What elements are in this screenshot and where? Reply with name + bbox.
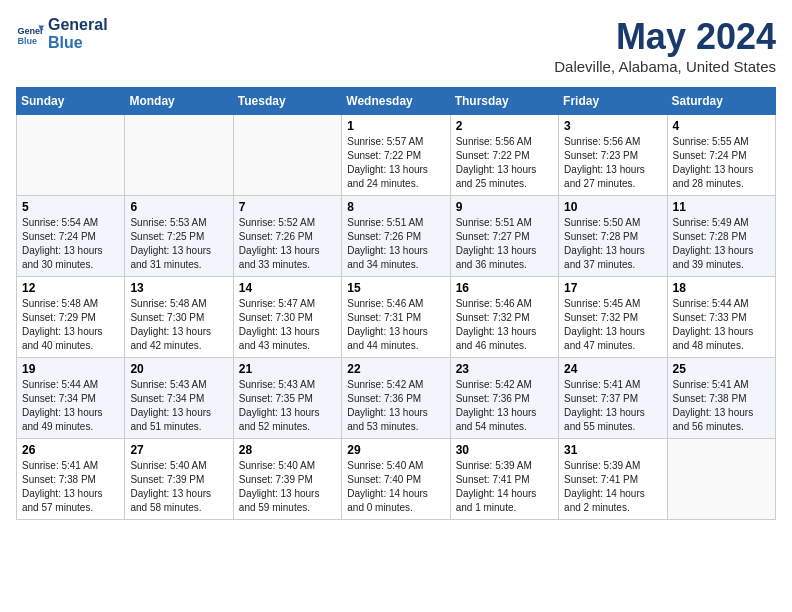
title-block: May 2024 Daleville, Alabama, United Stat… <box>554 16 776 75</box>
day-info: Sunrise: 5:55 AM Sunset: 7:24 PM Dayligh… <box>673 135 770 191</box>
day-cell: 26Sunrise: 5:41 AM Sunset: 7:38 PM Dayli… <box>17 439 125 520</box>
day-cell: 9Sunrise: 5:51 AM Sunset: 7:27 PM Daylig… <box>450 196 558 277</box>
day-info: Sunrise: 5:42 AM Sunset: 7:36 PM Dayligh… <box>347 378 444 434</box>
day-info: Sunrise: 5:45 AM Sunset: 7:32 PM Dayligh… <box>564 297 661 353</box>
day-info: Sunrise: 5:46 AM Sunset: 7:31 PM Dayligh… <box>347 297 444 353</box>
day-info: Sunrise: 5:44 AM Sunset: 7:34 PM Dayligh… <box>22 378 119 434</box>
day-cell <box>667 439 775 520</box>
day-number: 5 <box>22 200 119 214</box>
day-number: 8 <box>347 200 444 214</box>
day-number: 29 <box>347 443 444 457</box>
day-info: Sunrise: 5:50 AM Sunset: 7:28 PM Dayligh… <box>564 216 661 272</box>
logo-text-general: General <box>48 16 108 34</box>
day-cell: 8Sunrise: 5:51 AM Sunset: 7:26 PM Daylig… <box>342 196 450 277</box>
day-info: Sunrise: 5:41 AM Sunset: 7:37 PM Dayligh… <box>564 378 661 434</box>
day-number: 16 <box>456 281 553 295</box>
day-cell: 1Sunrise: 5:57 AM Sunset: 7:22 PM Daylig… <box>342 115 450 196</box>
day-cell: 20Sunrise: 5:43 AM Sunset: 7:34 PM Dayli… <box>125 358 233 439</box>
day-number: 11 <box>673 200 770 214</box>
day-cell: 3Sunrise: 5:56 AM Sunset: 7:23 PM Daylig… <box>559 115 667 196</box>
day-number: 20 <box>130 362 227 376</box>
day-info: Sunrise: 5:49 AM Sunset: 7:28 PM Dayligh… <box>673 216 770 272</box>
col-header-sunday: Sunday <box>17 88 125 115</box>
day-cell: 23Sunrise: 5:42 AM Sunset: 7:36 PM Dayli… <box>450 358 558 439</box>
day-number: 28 <box>239 443 336 457</box>
day-number: 31 <box>564 443 661 457</box>
week-row-4: 19Sunrise: 5:44 AM Sunset: 7:34 PM Dayli… <box>17 358 776 439</box>
col-header-wednesday: Wednesday <box>342 88 450 115</box>
day-number: 13 <box>130 281 227 295</box>
day-cell: 31Sunrise: 5:39 AM Sunset: 7:41 PM Dayli… <box>559 439 667 520</box>
calendar-table: SundayMondayTuesdayWednesdayThursdayFrid… <box>16 87 776 520</box>
col-header-monday: Monday <box>125 88 233 115</box>
week-row-3: 12Sunrise: 5:48 AM Sunset: 7:29 PM Dayli… <box>17 277 776 358</box>
day-cell: 2Sunrise: 5:56 AM Sunset: 7:22 PM Daylig… <box>450 115 558 196</box>
logo-text-blue: Blue <box>48 34 108 52</box>
day-number: 2 <box>456 119 553 133</box>
day-cell <box>125 115 233 196</box>
day-info: Sunrise: 5:48 AM Sunset: 7:30 PM Dayligh… <box>130 297 227 353</box>
day-cell: 4Sunrise: 5:55 AM Sunset: 7:24 PM Daylig… <box>667 115 775 196</box>
day-info: Sunrise: 5:43 AM Sunset: 7:35 PM Dayligh… <box>239 378 336 434</box>
day-cell: 19Sunrise: 5:44 AM Sunset: 7:34 PM Dayli… <box>17 358 125 439</box>
day-cell <box>17 115 125 196</box>
day-info: Sunrise: 5:51 AM Sunset: 7:27 PM Dayligh… <box>456 216 553 272</box>
logo-icon: General Blue <box>16 20 44 48</box>
day-info: Sunrise: 5:51 AM Sunset: 7:26 PM Dayligh… <box>347 216 444 272</box>
day-number: 23 <box>456 362 553 376</box>
day-cell: 27Sunrise: 5:40 AM Sunset: 7:39 PM Dayli… <box>125 439 233 520</box>
day-number: 3 <box>564 119 661 133</box>
day-number: 24 <box>564 362 661 376</box>
day-number: 12 <box>22 281 119 295</box>
day-cell: 5Sunrise: 5:54 AM Sunset: 7:24 PM Daylig… <box>17 196 125 277</box>
day-cell: 18Sunrise: 5:44 AM Sunset: 7:33 PM Dayli… <box>667 277 775 358</box>
logo: General Blue General Blue <box>16 16 108 51</box>
day-number: 4 <box>673 119 770 133</box>
day-cell: 24Sunrise: 5:41 AM Sunset: 7:37 PM Dayli… <box>559 358 667 439</box>
day-cell: 12Sunrise: 5:48 AM Sunset: 7:29 PM Dayli… <box>17 277 125 358</box>
day-cell <box>233 115 341 196</box>
day-info: Sunrise: 5:56 AM Sunset: 7:22 PM Dayligh… <box>456 135 553 191</box>
day-cell: 7Sunrise: 5:52 AM Sunset: 7:26 PM Daylig… <box>233 196 341 277</box>
day-cell: 11Sunrise: 5:49 AM Sunset: 7:28 PM Dayli… <box>667 196 775 277</box>
day-info: Sunrise: 5:44 AM Sunset: 7:33 PM Dayligh… <box>673 297 770 353</box>
day-number: 30 <box>456 443 553 457</box>
day-number: 27 <box>130 443 227 457</box>
day-number: 17 <box>564 281 661 295</box>
day-info: Sunrise: 5:40 AM Sunset: 7:40 PM Dayligh… <box>347 459 444 515</box>
day-info: Sunrise: 5:40 AM Sunset: 7:39 PM Dayligh… <box>130 459 227 515</box>
day-info: Sunrise: 5:40 AM Sunset: 7:39 PM Dayligh… <box>239 459 336 515</box>
header-row: SundayMondayTuesdayWednesdayThursdayFrid… <box>17 88 776 115</box>
day-cell: 6Sunrise: 5:53 AM Sunset: 7:25 PM Daylig… <box>125 196 233 277</box>
day-cell: 28Sunrise: 5:40 AM Sunset: 7:39 PM Dayli… <box>233 439 341 520</box>
day-info: Sunrise: 5:41 AM Sunset: 7:38 PM Dayligh… <box>22 459 119 515</box>
col-header-thursday: Thursday <box>450 88 558 115</box>
day-number: 10 <box>564 200 661 214</box>
day-cell: 21Sunrise: 5:43 AM Sunset: 7:35 PM Dayli… <box>233 358 341 439</box>
day-cell: 17Sunrise: 5:45 AM Sunset: 7:32 PM Dayli… <box>559 277 667 358</box>
week-row-2: 5Sunrise: 5:54 AM Sunset: 7:24 PM Daylig… <box>17 196 776 277</box>
col-header-saturday: Saturday <box>667 88 775 115</box>
day-cell: 16Sunrise: 5:46 AM Sunset: 7:32 PM Dayli… <box>450 277 558 358</box>
col-header-tuesday: Tuesday <box>233 88 341 115</box>
day-number: 22 <box>347 362 444 376</box>
header: General Blue General Blue May 2024 Dalev… <box>16 16 776 75</box>
day-info: Sunrise: 5:56 AM Sunset: 7:23 PM Dayligh… <box>564 135 661 191</box>
day-info: Sunrise: 5:46 AM Sunset: 7:32 PM Dayligh… <box>456 297 553 353</box>
day-cell: 13Sunrise: 5:48 AM Sunset: 7:30 PM Dayli… <box>125 277 233 358</box>
day-number: 14 <box>239 281 336 295</box>
day-number: 6 <box>130 200 227 214</box>
day-number: 19 <box>22 362 119 376</box>
day-cell: 29Sunrise: 5:40 AM Sunset: 7:40 PM Dayli… <box>342 439 450 520</box>
day-number: 26 <box>22 443 119 457</box>
day-number: 21 <box>239 362 336 376</box>
day-info: Sunrise: 5:42 AM Sunset: 7:36 PM Dayligh… <box>456 378 553 434</box>
week-row-1: 1Sunrise: 5:57 AM Sunset: 7:22 PM Daylig… <box>17 115 776 196</box>
day-cell: 25Sunrise: 5:41 AM Sunset: 7:38 PM Dayli… <box>667 358 775 439</box>
day-info: Sunrise: 5:43 AM Sunset: 7:34 PM Dayligh… <box>130 378 227 434</box>
day-cell: 30Sunrise: 5:39 AM Sunset: 7:41 PM Dayli… <box>450 439 558 520</box>
col-header-friday: Friday <box>559 88 667 115</box>
day-number: 9 <box>456 200 553 214</box>
week-row-5: 26Sunrise: 5:41 AM Sunset: 7:38 PM Dayli… <box>17 439 776 520</box>
day-cell: 14Sunrise: 5:47 AM Sunset: 7:30 PM Dayli… <box>233 277 341 358</box>
